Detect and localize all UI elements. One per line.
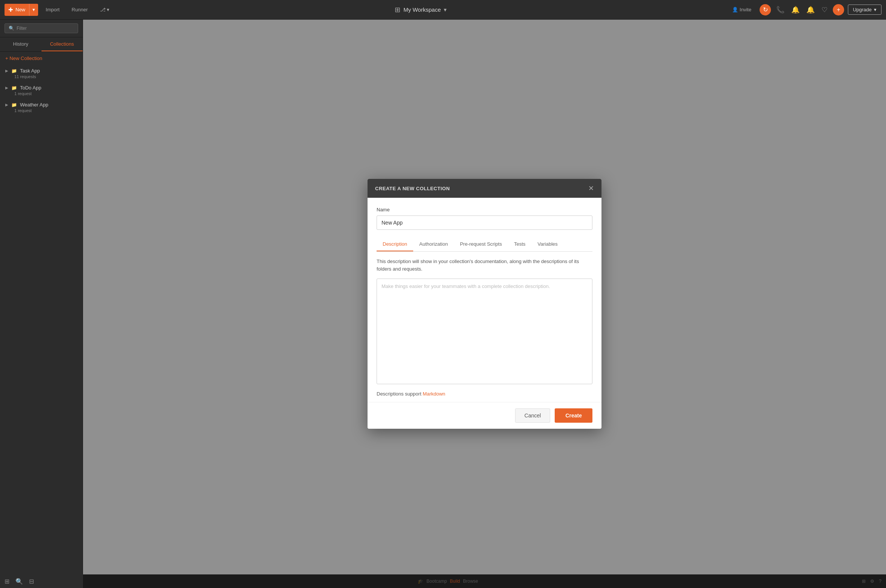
collection-name: ToDo App [20, 85, 41, 91]
phone-icon[interactable]: 📞 [775, 4, 786, 15]
grid-icon[interactable]: ⊞ [5, 578, 9, 585]
workspace-dropdown-icon: ▾ [444, 6, 447, 13]
search-icon: 🔍 [9, 26, 14, 31]
markdown-link[interactable]: Markdown [423, 391, 445, 397]
tab-variables[interactable]: Variables [532, 237, 564, 251]
content-area: CREATE A NEW COLLECTION ✕ Name Descripti… [83, 20, 886, 588]
modal-close-button[interactable]: ✕ [588, 184, 594, 192]
topbar: ✚ New ▾ Import Runner ⎇ ▾ ⊞ My Workspace… [0, 0, 886, 20]
import-button[interactable]: Import [41, 4, 64, 16]
arrow-icon: ▶ [5, 86, 8, 90]
upgrade-dropdown-icon: ▾ [874, 7, 877, 12]
sidebar-tabs: History Collections [0, 37, 83, 52]
alert-icon[interactable]: 🔔 [805, 4, 816, 15]
new-dropdown-arrow[interactable]: ▾ [29, 4, 38, 16]
folder-icon: 📁 [11, 68, 17, 74]
collection-requests: 1 request [5, 91, 77, 96]
invite-button[interactable]: 👤 Invite [728, 4, 756, 16]
new-button[interactable]: ✚ New ▾ [5, 4, 38, 16]
folder-icon: 📁 [11, 85, 17, 91]
upgrade-button[interactable]: Upgrade ▾ [848, 5, 881, 15]
create-button[interactable]: Create [555, 408, 592, 423]
modal-body: Name Description Authorization Pre-reque… [368, 198, 601, 386]
sync-icon[interactable]: ↻ [760, 4, 771, 15]
sidebar-tab-collections[interactable]: Collections [42, 37, 83, 51]
workspace-label: My Workspace [403, 6, 441, 13]
tab-pre-request-scripts[interactable]: Pre-request Scripts [454, 237, 508, 251]
layout-icon[interactable]: ⊟ [29, 578, 34, 585]
sidebar-tab-history[interactable]: History [0, 37, 42, 51]
filter-area: 🔍 Filter [0, 20, 83, 37]
create-collection-modal: CREATE A NEW COLLECTION ✕ Name Descripti… [368, 179, 601, 429]
collection-item[interactable]: ▶ 📁 ToDo App 1 request [0, 82, 83, 99]
markdown-note: Descriptions support Markdown [368, 386, 601, 402]
search-bottom-icon[interactable]: 🔍 [15, 578, 23, 585]
topbar-right: 👤 Invite ↻ 📞 🔔 🔔 ♡ + Upgrade ▾ [728, 4, 881, 16]
description-textarea[interactable] [377, 279, 592, 384]
filter-input[interactable]: 🔍 Filter [5, 23, 78, 33]
modal-header: CREATE A NEW COLLECTION ✕ [368, 179, 601, 198]
tab-authorization[interactable]: Authorization [413, 237, 454, 251]
new-collection-button[interactable]: + New Collection [0, 52, 83, 65]
modal-tabs: Description Authorization Pre-request Sc… [377, 237, 592, 252]
modal-overlay: CREATE A NEW COLLECTION ✕ Name Descripti… [83, 20, 886, 588]
notification-icon[interactable]: 🔔 [790, 4, 801, 15]
new-label: New [15, 7, 25, 12]
filter-placeholder: Filter [17, 26, 27, 31]
cancel-button[interactable]: Cancel [515, 408, 551, 423]
name-label: Name [377, 207, 592, 212]
runner-button[interactable]: Runner [67, 4, 92, 16]
description-info: This description will show in your colle… [377, 258, 592, 272]
collection-item[interactable]: ▶ 📁 Task App 11 requests [0, 65, 83, 82]
collection-requests: 1 request [5, 108, 77, 113]
arrow-icon: ▶ [5, 69, 8, 73]
workspace-center: ⊞ My Workspace ▾ [117, 6, 724, 14]
invite-icon: 👤 [732, 7, 738, 12]
workspace-button[interactable]: ⊞ My Workspace ▾ [395, 6, 447, 14]
add-icon[interactable]: + [833, 4, 844, 15]
arrow-icon: ▶ [5, 103, 8, 107]
tab-description[interactable]: Description [377, 237, 413, 251]
collection-name: Weather App [20, 102, 48, 108]
collection-item[interactable]: ▶ 📁 Weather App 1 request [0, 99, 83, 116]
modal-footer: Cancel Create [368, 402, 601, 429]
folder-icon: 📁 [11, 102, 17, 108]
fork-button[interactable]: ⎇ ▾ [95, 4, 114, 16]
heart-icon[interactable]: ♡ [820, 4, 829, 15]
collection-name: Task App [20, 68, 40, 74]
collection-requests: 11 requests [5, 74, 77, 79]
main-layout: 🔍 Filter History Collections + New Colle… [0, 20, 886, 588]
sidebar: 🔍 Filter History Collections + New Colle… [0, 20, 83, 588]
name-input[interactable] [377, 215, 592, 230]
modal-title: CREATE A NEW COLLECTION [375, 186, 450, 191]
tab-tests[interactable]: Tests [508, 237, 531, 251]
